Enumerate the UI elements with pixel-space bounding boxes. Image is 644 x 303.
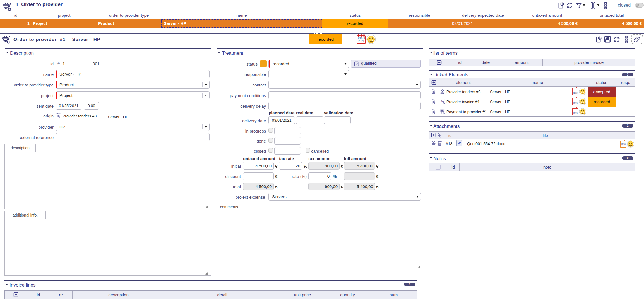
svg-text:$: $ — [441, 99, 443, 103]
